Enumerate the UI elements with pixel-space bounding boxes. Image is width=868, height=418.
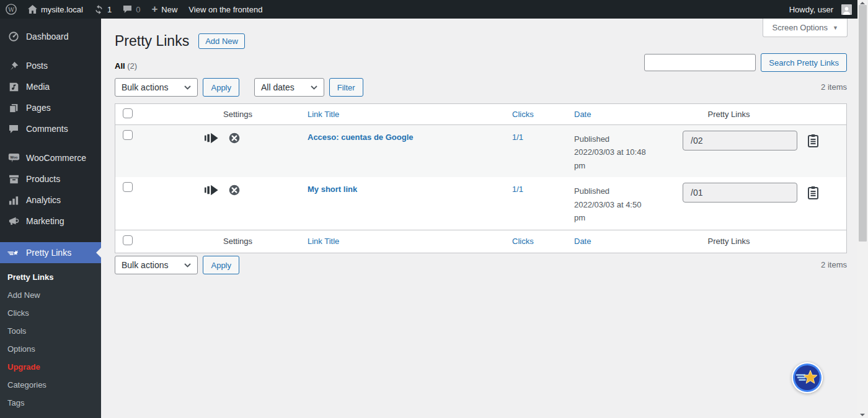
sidebar-item-label: Pretty Links bbox=[26, 248, 71, 258]
submenu-item-pretty-links[interactable]: Pretty Links bbox=[0, 268, 101, 286]
menu-separator bbox=[0, 47, 101, 55]
search-row: Search Pretty Links bbox=[644, 53, 847, 72]
svg-text:Woo: Woo bbox=[10, 155, 18, 159]
megaphone-icon bbox=[7, 216, 20, 226]
svg-text:W: W bbox=[8, 6, 15, 13]
column-date[interactable]: Date bbox=[568, 110, 661, 119]
link-title[interactable]: My short link bbox=[301, 177, 506, 199]
comment-bubble-icon bbox=[123, 5, 132, 14]
items-count-bottom: 2 items bbox=[821, 260, 847, 269]
date-value: Published 2022/03/03 at 4:50 pm bbox=[568, 177, 661, 229]
site-name-menu[interactable]: mysite.local bbox=[22, 0, 89, 19]
bulk-actions-select[interactable]: Bulk actions bbox=[115, 256, 198, 274]
copy-clipboard-icon[interactable] bbox=[807, 134, 819, 148]
tracking-disabled-icon[interactable] bbox=[229, 133, 240, 144]
scroll-down-arrow-icon[interactable] bbox=[860, 414, 865, 416]
column-clicks[interactable]: Clicks bbox=[506, 110, 568, 119]
column-clicks[interactable]: Clicks bbox=[506, 237, 568, 246]
filter-button[interactable]: Filter bbox=[329, 78, 363, 97]
link-title[interactable]: Acceso: cuentas de Google bbox=[301, 125, 506, 147]
redirect-type-icon[interactable] bbox=[205, 185, 220, 196]
sidebar-item-dashboard[interactable]: Dashboard bbox=[0, 26, 101, 47]
howdy-label: Howdy, user bbox=[789, 5, 833, 14]
items-count-top: 2 items bbox=[821, 82, 847, 92]
sidebar-item-analytics[interactable]: Analytics bbox=[0, 189, 101, 211]
search-pretty-links-button[interactable]: Search Pretty Links bbox=[761, 53, 847, 72]
new-content-menu[interactable]: + New bbox=[146, 0, 183, 19]
sidebar-item-marketing[interactable]: Marketing bbox=[0, 211, 101, 232]
submenu-item-reports[interactable]: Reports bbox=[0, 412, 101, 418]
sidebar-item-label: Media bbox=[26, 82, 50, 92]
select-all-cell bbox=[115, 235, 143, 247]
sidebar-item-posts[interactable]: Posts bbox=[0, 55, 101, 76]
submenu-item-tags[interactable]: Tags bbox=[0, 394, 101, 412]
filter-all-link[interactable]: All bbox=[115, 61, 125, 71]
sidebar-item-label: Analytics bbox=[26, 195, 61, 205]
submenu-item-tools[interactable]: Tools bbox=[0, 322, 101, 340]
tracking-disabled-icon[interactable] bbox=[229, 185, 240, 196]
sidebar-item-media[interactable]: Media bbox=[0, 76, 101, 97]
current-menu-arrow bbox=[96, 248, 101, 258]
pretty-link-cell bbox=[661, 177, 846, 207]
admin-bar: W mysite.local 1 0 + New View on the f bbox=[0, 0, 857, 19]
my-account-menu[interactable]: Howdy, user bbox=[784, 0, 857, 19]
all-dates-label: All dates bbox=[261, 82, 294, 92]
pages-icon bbox=[7, 103, 20, 113]
comments-menu[interactable]: 0 bbox=[117, 0, 146, 19]
column-link-title[interactable]: Link Title bbox=[301, 237, 506, 246]
sidebar-item-woocommerce[interactable]: Woo WooCommerce bbox=[0, 147, 101, 168]
sidebar-item-pretty-links[interactable]: Pretty Links bbox=[0, 242, 101, 263]
updates-menu[interactable]: 1 bbox=[89, 0, 117, 19]
view-frontend-link[interactable]: View on the frontend bbox=[183, 0, 268, 19]
sidebar-item-pages[interactable]: Pages bbox=[0, 97, 101, 118]
menu-separator bbox=[0, 232, 101, 242]
scrollbar-thumb[interactable] bbox=[859, 5, 867, 242]
menu-separator bbox=[0, 139, 101, 147]
clicks-value[interactable]: 1/1 bbox=[506, 177, 568, 199]
row-settings-cell bbox=[143, 177, 301, 201]
wordpress-logo-menu[interactable]: W bbox=[0, 0, 22, 19]
clicks-value[interactable]: 1/1 bbox=[506, 125, 568, 147]
submenu-item-options[interactable]: Options bbox=[0, 340, 101, 358]
scroll-up-arrow-icon[interactable] bbox=[860, 2, 865, 4]
chevron-down-icon: ▼ bbox=[833, 25, 838, 31]
pretty-link-input[interactable] bbox=[683, 131, 797, 150]
sidebar-item-products[interactable]: Products bbox=[0, 168, 101, 189]
select-all-checkbox[interactable] bbox=[123, 108, 133, 118]
row-select-cell bbox=[115, 177, 143, 199]
column-link-title[interactable]: Link Title bbox=[301, 110, 506, 119]
redirect-type-icon[interactable] bbox=[205, 133, 220, 144]
apply-button[interactable]: Apply bbox=[203, 78, 239, 97]
screen-options-tab[interactable]: Screen Options ▼ bbox=[763, 19, 848, 37]
submenu-label: Options bbox=[7, 344, 35, 354]
add-new-button[interactable]: Add New bbox=[198, 33, 245, 49]
sidebar-item-label: Posts bbox=[26, 61, 48, 71]
vertical-scrollbar[interactable] bbox=[857, 0, 868, 418]
row-checkbox[interactable] bbox=[123, 130, 133, 140]
pretty-links-logo-button[interactable] bbox=[792, 362, 823, 393]
pretty-link-input[interactable] bbox=[683, 183, 797, 202]
search-input[interactable] bbox=[644, 54, 756, 71]
apply-button[interactable]: Apply bbox=[203, 256, 239, 274]
select-all-checkbox[interactable] bbox=[123, 235, 133, 245]
column-pretty-links: Pretty Links bbox=[661, 110, 846, 119]
sidebar-item-comments[interactable]: Comments bbox=[0, 118, 101, 139]
table-row: My short link 1/1 Published 2022/03/03 a… bbox=[115, 177, 846, 229]
submenu-item-upgrade[interactable]: Upgrade bbox=[0, 358, 101, 376]
submenu-item-add-new[interactable]: Add New bbox=[0, 286, 101, 304]
products-box-icon bbox=[7, 175, 20, 184]
row-checkbox[interactable] bbox=[123, 182, 133, 192]
submenu-item-categories[interactable]: Categories bbox=[0, 376, 101, 394]
submenu-label: Upgrade bbox=[7, 362, 40, 372]
submenu-item-clicks[interactable]: Clicks bbox=[0, 304, 101, 322]
media-icon bbox=[7, 82, 20, 92]
copy-clipboard-icon[interactable] bbox=[807, 186, 819, 200]
column-date[interactable]: Date bbox=[568, 237, 661, 246]
table-header-row: Settings Link Title Clicks Date Pretty L… bbox=[115, 104, 846, 125]
updates-count: 1 bbox=[107, 5, 112, 14]
all-dates-select[interactable]: All dates bbox=[254, 78, 324, 97]
plus-icon: + bbox=[151, 4, 157, 14]
bulk-actions-select[interactable]: Bulk actions bbox=[115, 78, 198, 97]
bar-chart-icon bbox=[7, 196, 20, 205]
sidebar-item-label: Comments bbox=[26, 124, 68, 134]
